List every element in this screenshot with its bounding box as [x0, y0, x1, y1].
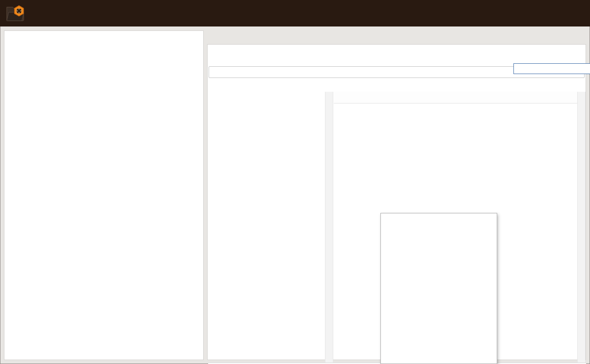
folder-tree [208, 92, 324, 363]
logical-disks-header [4, 89, 203, 99]
tab-bar [207, 30, 586, 45]
connected-storages-header [4, 133, 203, 143]
left-panel [4, 30, 204, 360]
app-logo-icon [4, 2, 27, 25]
file-list-header [334, 92, 582, 104]
tree-scrollbar[interactable] [325, 92, 333, 363]
app-window [0, 0, 590, 364]
app-header [0, 0, 590, 26]
context-menu [380, 213, 497, 364]
tooltip [513, 63, 590, 74]
file-list-scrollbar[interactable] [577, 92, 586, 363]
